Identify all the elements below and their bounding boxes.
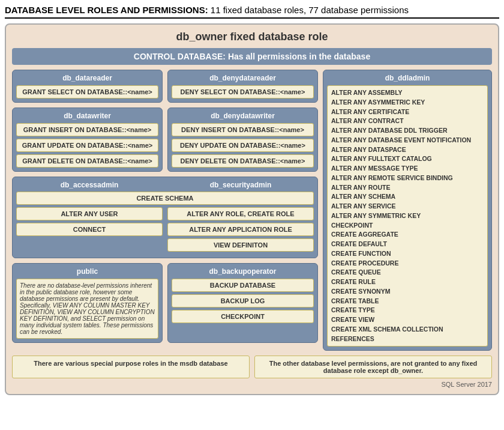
- create-schema-shared-perm: CREATE SCHEMA: [16, 192, 314, 205]
- public-title: public: [16, 267, 158, 276]
- ddladmin-list-item: ALTER ANY DATABASE DDL TRIGGER: [331, 126, 484, 136]
- sql-server-label: SQL Server 2017: [12, 381, 492, 388]
- datawriter-perm-1: GRANT UPDATE ON DATABASE::<name>: [16, 139, 158, 152]
- securityadmin-perm: ALTER ANY ROLE, CREATE ROLE: [167, 207, 314, 220]
- ddladmin-list-item: CREATE DEFAULT: [331, 240, 484, 249]
- accessadmin-perm: CONNECT: [16, 223, 163, 236]
- backupoperator-perm-0: BACKUP DATABASE: [172, 279, 314, 292]
- control-db-banner: CONTROL DATABASE: Has all permissions in…: [12, 48, 492, 65]
- ddladmin-list-item: CREATE FUNCTION: [331, 249, 484, 259]
- ddladmin-title: db_ddladmin: [327, 74, 488, 82]
- securityadmin-perm: ALTER ANY APPLICATION ROLE: [167, 223, 314, 236]
- backupoperator-perm-1: BACKUP LOG: [172, 294, 314, 307]
- ddladmin-list-item: CREATE AGGREGATE: [331, 230, 484, 240]
- right-column: db_ddladmin ALTER ANY ASSEMBLYALTER ANY …: [323, 70, 492, 351]
- bottom-note-left: There are various special purpose roles …: [12, 356, 250, 378]
- ddladmin-list-item: ALTER ANY MESSAGE TYPE: [331, 164, 484, 174]
- bottom-note-left-text: There are various special purpose roles …: [34, 360, 227, 367]
- ddladmin-list-item: ALTER ANY ROUTE: [331, 183, 484, 193]
- datawriter-title: db_datawriter: [16, 112, 158, 120]
- datawriter-perm-0: GRANT INSERT ON DATABASE::<name>: [16, 123, 158, 136]
- role-box-datareader: db_datareader GRANT SELECT ON DATABASE::…: [12, 70, 163, 103]
- ddladmin-list-item: ALTER ANY SCHEMA: [331, 192, 484, 202]
- ddladmin-list-item: ALTER ANY DATABASE EVENT NOTIFICATION: [331, 136, 484, 145]
- title-bold: DATABASE LEVEL ROLES AND PERMISSIONS:: [5, 5, 208, 15]
- ddladmin-list-item: CREATE RULE: [331, 277, 484, 287]
- ddladmin-list-item: ALTER ANY SYMMETRIC KEY: [331, 211, 484, 221]
- role-box-public: public There are no database-level permi…: [12, 263, 163, 343]
- securityadmin-shared-title: db_securityadmin: [167, 181, 314, 189]
- ddladmin-list-item: ALTER ANY ASSEMBLY: [331, 88, 484, 98]
- bottom-notes: There are various special purpose roles …: [12, 356, 492, 378]
- denydatawriter-perm-2: DENY DELETE ON DATABASE::<name>: [172, 154, 314, 168]
- ddladmin-list-item: ALTER ANY CERTIFICATE: [331, 108, 484, 117]
- backupoperator-perm-2: CHECKPOINT: [172, 310, 314, 323]
- ddladmin-list-item: ALTER ANY REMOTE SERVICE BINDING: [331, 174, 484, 183]
- datareader-title: db_datareader: [16, 74, 158, 82]
- role-box-ddladmin: db_ddladmin ALTER ANY ASSEMBLYALTER ANY …: [323, 70, 492, 351]
- role-box-denydatareader: db_denydatareader DENY SELECT ON DATABAS…: [167, 70, 318, 103]
- backupoperator-title: db_backupoperator: [172, 267, 314, 276]
- ddladmin-list-item: CREATE QUEUE: [331, 268, 484, 277]
- page-title: DATABASE LEVEL ROLES AND PERMISSIONS: 11…: [5, 5, 499, 19]
- ddladmin-list-item: CHECKPOINT: [331, 221, 484, 231]
- outer-box: db_owner fixed database role CONTROL DAT…: [5, 23, 499, 395]
- accessadmin-shared-title: db_accessadmin: [16, 181, 163, 189]
- ddladmin-list-item: ALTER ANY DATASPACE: [331, 145, 484, 155]
- ddladmin-list-item: CREATE SYNONYM: [331, 287, 484, 297]
- page-wrapper: DATABASE LEVEL ROLES AND PERMISSIONS: 11…: [0, 0, 504, 400]
- ddladmin-list-item: CREATE VIEW: [331, 315, 484, 325]
- securityadmin-inner: ALTER ANY ROLE, CREATE ROLEALTER ANY APP…: [167, 207, 314, 254]
- bottom-note-right: The other database level permissions, ar…: [254, 356, 492, 378]
- access-sec-shared-box: db_accessadmindb_securityadminCREATE SCH…: [12, 177, 318, 258]
- ddladmin-list-item: CREATE PROCEDURE: [331, 259, 484, 268]
- public-text: There are no database-level permissions …: [16, 279, 158, 339]
- denydatawriter-perm-0: DENY INSERT ON DATABASE::<name>: [172, 123, 314, 136]
- ddladmin-list-item: REFERENCES: [331, 335, 484, 344]
- ddladmin-list-item: ALTER ANY SERVICE: [331, 202, 484, 211]
- denydatareader-perm-0: DENY SELECT ON DATABASE::<name>: [172, 85, 314, 98]
- accessadmin-perm: ALTER ANY USER: [16, 207, 163, 220]
- denydatawriter-perm-1: DENY UPDATE ON DATABASE::<name>: [172, 139, 314, 152]
- denydatareader-title: db_denydatareader: [172, 74, 314, 82]
- ddladmin-list-item: CREATE XML SCHEMA COLLECTION: [331, 325, 484, 335]
- ddladmin-list-item: ALTER ANY ASYMMETRIC KEY: [331, 98, 484, 108]
- title-normal: 11 fixed database roles, 77 database per…: [208, 5, 409, 15]
- main-content: db_datareader GRANT SELECT ON DATABASE::…: [12, 70, 492, 351]
- ddladmin-list-item: ALTER ANY FULLTEXT CATALOG: [331, 154, 484, 164]
- role-box-datawriter: db_datawriter GRANT INSERT ON DATABASE::…: [12, 108, 163, 172]
- ddladmin-list-item: CREATE TYPE: [331, 306, 484, 315]
- accessadmin-inner: ALTER ANY USERCONNECT: [16, 207, 163, 254]
- denydatawriter-title: db_denydatawriter: [172, 112, 314, 120]
- ddladmin-list-item: CREATE TABLE: [331, 297, 484, 306]
- bottom-note-right-text: The other database level permissions, ar…: [269, 360, 478, 374]
- ddladmin-list-item: ALTER ANY CONTRACT: [331, 117, 484, 126]
- securityadmin-perm: VIEW DEFINITON: [167, 238, 314, 252]
- ddladmin-list: ALTER ANY ASSEMBLYALTER ANY ASYMMETRIC K…: [327, 85, 488, 347]
- role-box-backupoperator: db_backupoperator BACKUP DATABASE BACKUP…: [167, 263, 318, 343]
- datareader-perm-0: GRANT SELECT ON DATABASE::<name>: [16, 85, 158, 98]
- datawriter-perm-2: GRANT DELETE ON DATABASE::<name>: [16, 154, 158, 168]
- role-box-denydatawriter: db_denydatawriter DENY INSERT ON DATABAS…: [167, 108, 318, 172]
- db-owner-title: db_owner fixed database role: [12, 31, 492, 43]
